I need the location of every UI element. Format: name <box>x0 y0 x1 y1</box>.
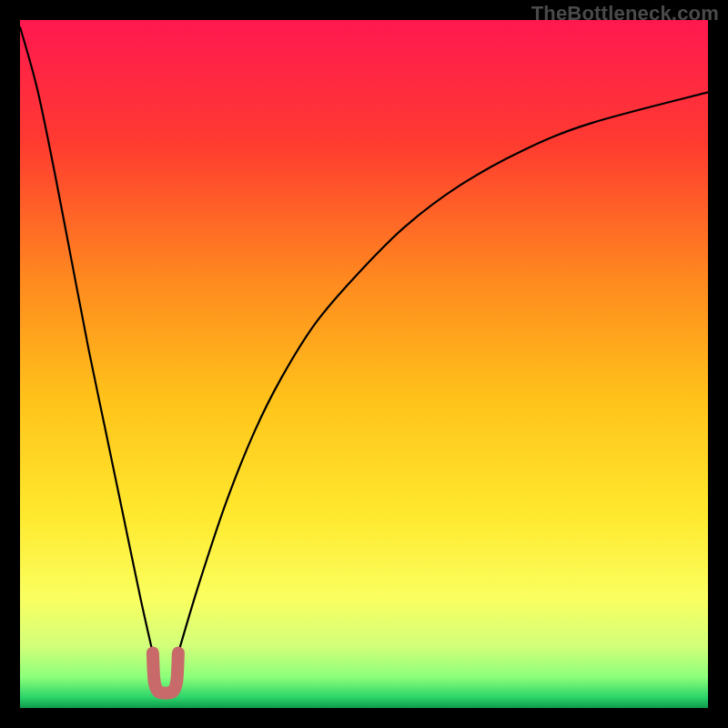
chart-svg <box>20 20 708 708</box>
chart-background <box>20 20 708 708</box>
watermark-text: TheBottleneck.com <box>531 2 719 25</box>
chart-stage: TheBottleneck.com <box>0 0 728 728</box>
